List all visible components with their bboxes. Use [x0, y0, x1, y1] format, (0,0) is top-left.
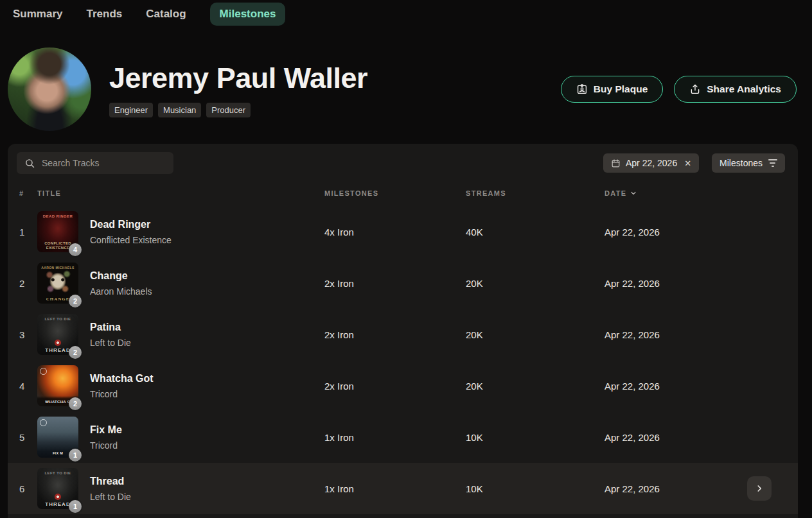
album-art: DEAD RINGER CONFLICTED EXISTENCE 4: [37, 211, 78, 252]
album-art-top-text: AARON MICHAELS: [41, 266, 74, 270]
sort-chevron-down-icon: [630, 189, 637, 197]
streams-value: 20K: [466, 381, 605, 392]
milestones-filter-chip[interactable]: Milestones: [712, 153, 785, 173]
milestone-count-badge: 2: [69, 295, 82, 307]
track-title: Patina: [90, 322, 324, 333]
album-art: LEFT TO DIE THREAD 1: [37, 468, 78, 509]
milestone-value: 1x Iron: [324, 432, 466, 443]
date-value: Apr 22, 2026: [605, 432, 786, 443]
next-page-button[interactable]: [747, 476, 772, 501]
date-filter-label: Apr 22, 2026: [626, 158, 677, 168]
album-art-bottom-text: WHATCHA G: [45, 400, 70, 404]
search-tracks-field[interactable]: [17, 152, 173, 174]
track-title: Dead Ringer: [90, 219, 324, 230]
column-header-title[interactable]: TITLE: [37, 189, 324, 197]
column-header-date-label: DATE: [605, 189, 626, 197]
top-navigation: Summary Trends Catalog Milestones: [0, 0, 812, 28]
album-art-top-text: LEFT TO DIE: [45, 317, 71, 321]
date-value: Apr 22, 2026: [605, 227, 786, 237]
milestone-count-badge: 2: [69, 397, 82, 410]
milestone-value: 4x Iron: [324, 227, 466, 237]
date-filter-chip[interactable]: Apr 22, 2026 ✕: [603, 153, 699, 173]
album-art: AARON MICHAELS CHANGE 2: [37, 263, 78, 304]
row-index: 1: [19, 227, 37, 237]
track-artist: Tricord: [90, 389, 324, 399]
track-artist: Left to Die: [90, 492, 324, 502]
album-art-emblem: [55, 340, 61, 346]
milestone-count-badge: 1: [69, 500, 82, 513]
role-tags: Engineer Musician Producer: [109, 103, 367, 117]
row-index: 4: [19, 381, 37, 392]
share-analytics-button[interactable]: Share Analytics: [674, 76, 797, 103]
milestone-value: 1x Iron: [324, 483, 466, 494]
album-art: LEFT TO DIE THREAD 2: [37, 314, 78, 355]
nav-tab-summary[interactable]: Summary: [13, 3, 62, 26]
milestone-count-badge: 4: [69, 243, 82, 256]
row-index: 5: [19, 432, 37, 443]
table-row[interactable]: 5 FIX M 1 Fix Me Tricord 1x Iron 10K Apr…: [8, 411, 798, 463]
row-index: 3: [19, 329, 37, 340]
table-row[interactable]: 3 LEFT TO DIE THREAD 2 Patina Left to Di…: [8, 309, 798, 360]
role-tag: Producer: [206, 103, 251, 117]
row-index: 2: [19, 278, 37, 289]
track-artist: Left to Die: [90, 338, 324, 348]
milestones-panel: Apr 22, 2026 ✕ Milestones # TITLE MILEST…: [8, 144, 798, 518]
table-toolbar: Apr 22, 2026 ✕ Milestones: [8, 144, 798, 174]
track-artist: Aaron Michaels: [90, 286, 324, 297]
album-art-bottom-text: CHANGE: [46, 297, 70, 302]
share-icon: [689, 83, 701, 95]
buy-plaque-label: Buy Plaque: [594, 83, 648, 95]
table-row[interactable]: 6 LEFT TO DIE THREAD 1 Thread Left to Di…: [8, 463, 798, 514]
search-input[interactable]: [42, 158, 166, 168]
role-tag: Engineer: [109, 103, 153, 117]
album-art: FIX M 1: [37, 417, 78, 458]
buy-plaque-button[interactable]: Buy Plaque: [561, 76, 663, 103]
column-header-streams[interactable]: STREAMS: [466, 189, 605, 197]
track-title: Fix Me: [90, 424, 324, 436]
table-row[interactable]: 2 AARON MICHAELS CHANGE 2 Change Aaron M…: [8, 257, 798, 309]
nav-tab-milestones[interactable]: Milestones: [210, 3, 286, 26]
milestone-count-badge: 1: [69, 449, 82, 462]
column-header-index: #: [19, 189, 37, 197]
plaque-icon: [576, 83, 588, 95]
clear-date-filter-button[interactable]: ✕: [684, 159, 691, 168]
streams-value: 10K: [466, 432, 605, 443]
close-icon: ✕: [684, 159, 691, 168]
streams-value: 20K: [466, 329, 605, 340]
row-index: 6: [19, 483, 37, 494]
track-title: Thread: [90, 476, 324, 487]
column-header-milestones[interactable]: MILESTONES: [324, 189, 466, 197]
profile-header: Jeremy Paul Waller Engineer Musician Pro…: [0, 47, 812, 131]
share-analytics-label: Share Analytics: [707, 83, 781, 95]
date-value: Apr 22, 2026: [605, 329, 786, 340]
table-row[interactable]: 4 WHATCHA G 2 Whatcha Got Tricord 2x Iro…: [8, 360, 798, 411]
album-art-bottom-text: THREAD: [45, 349, 70, 353]
track-artist: Tricord: [90, 440, 324, 451]
date-value: Apr 22, 2026: [605, 278, 786, 289]
milestone-value: 2x Iron: [324, 329, 466, 340]
album-art-top-text: LEFT TO DIE: [45, 471, 71, 475]
track-artist: Conflicted Existence: [90, 235, 324, 245]
table-row[interactable]: 1 DEAD RINGER CONFLICTED EXISTENCE 4 Dea…: [8, 206, 798, 257]
album-art-bottom-text: FIX M: [53, 451, 63, 456]
date-value: Apr 22, 2026: [605, 381, 786, 392]
streams-value: 40K: [466, 227, 605, 237]
nav-tab-trends[interactable]: Trends: [86, 3, 122, 26]
streams-value: 20K: [466, 278, 605, 289]
chevron-right-icon: [755, 484, 764, 493]
album-art-top-text: DEAD RINGER: [43, 214, 73, 218]
milestone-value: 2x Iron: [324, 278, 466, 289]
milestone-value: 2x Iron: [324, 381, 466, 392]
track-title: Whatcha Got: [90, 373, 324, 384]
search-icon: [24, 158, 35, 169]
album-art: WHATCHA G 2: [37, 365, 78, 406]
calendar-icon: [611, 159, 621, 168]
profile-avatar: [8, 47, 91, 131]
filter-icon: [768, 159, 777, 167]
column-header-date[interactable]: DATE: [605, 189, 786, 197]
album-art-emblem: [55, 494, 61, 500]
milestone-count-badge: 2: [69, 346, 82, 359]
page-title: Jeremy Paul Waller: [109, 62, 367, 95]
streams-value: 10K: [466, 483, 605, 494]
nav-tab-catalog[interactable]: Catalog: [146, 3, 186, 26]
